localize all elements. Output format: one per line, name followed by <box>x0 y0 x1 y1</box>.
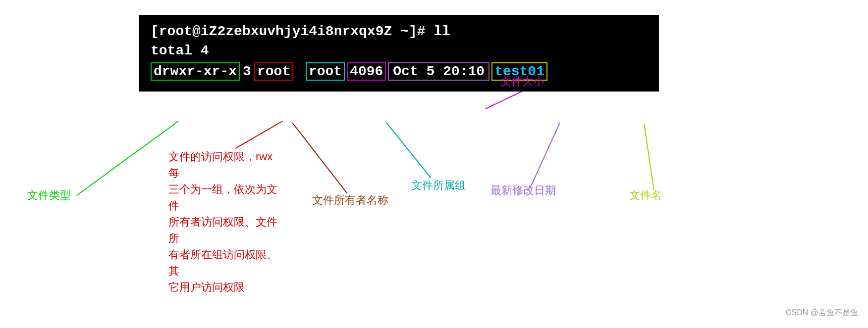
owner-segment: root <box>254 62 293 81</box>
annotation-permissions: 文件的访问权限，rwx每 三个为一组，依次为文件 所有者访问权限、文件所 有者所… <box>168 148 282 295</box>
date-segment: Oct 5 20:10 <box>388 62 489 81</box>
terminal-line-total: total 4 <box>151 43 647 58</box>
svg-line-3 <box>386 123 431 178</box>
annotation-date: 最新修改日期 <box>490 183 556 198</box>
annotation-filename: 文件名 <box>629 188 662 203</box>
permissions-segment: drwxr-xr-x <box>151 62 240 81</box>
group-segment: root <box>306 62 345 81</box>
annotation-size: 文件大小 <box>500 74 544 89</box>
terminal-line-listing: drwxr-xr-x 3 root root 4096 Oct 5 20:10 … <box>151 62 647 81</box>
space1 <box>293 64 306 79</box>
svg-line-6 <box>644 124 654 190</box>
annotation-owner: 文件所有者名称 <box>312 193 388 208</box>
link-count-segment: 3 <box>240 63 254 80</box>
terminal-line-command: [root@iZ2zebxuvhjyi4i8nrxqx9Z ~]# ll <box>151 24 647 39</box>
svg-line-1 <box>235 121 282 148</box>
size-segment: 4096 <box>347 62 386 81</box>
watermark: CSDN @若鱼不是鱼 <box>786 308 858 318</box>
annotation-group: 文件所属组 <box>411 178 466 193</box>
svg-line-2 <box>292 123 347 193</box>
annotation-filetype: 文件类型 <box>27 188 71 203</box>
terminal-block: [root@iZ2zebxuvhjyi4i8nrxqx9Z ~]# ll tot… <box>139 15 659 92</box>
svg-line-0 <box>77 121 178 195</box>
svg-line-5 <box>530 123 560 188</box>
